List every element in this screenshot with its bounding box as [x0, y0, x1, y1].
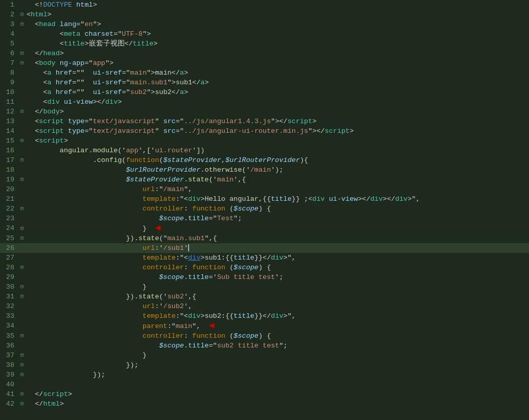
- line-num-20: 20: [0, 184, 18, 194]
- code-line-21: 21 template:"<div>Hello angular,{{title}…: [0, 194, 529, 204]
- line-num-37: 37: [0, 351, 18, 360]
- code-line-19: 19 ⊟ $stateProvider.state('main',{: [0, 175, 529, 184]
- line-num-33: 33: [0, 311, 18, 321]
- line-content-30: }: [26, 282, 529, 292]
- line-content-37: }: [26, 351, 529, 360]
- code-line-20: 20 url:"/main",: [0, 184, 529, 194]
- line-content-41: </script>: [26, 389, 529, 399]
- line-content-39: });: [26, 370, 529, 380]
- code-line-8: 8 <a href="" ui-sref="main">main</a>: [0, 68, 529, 78]
- code-line-11: 11 <div ui-view></div>: [0, 97, 529, 107]
- line-content-35: controller: function ($scope) {: [26, 331, 529, 341]
- line-content-6: </head>: [26, 49, 529, 58]
- line-num-4: 4: [0, 29, 18, 39]
- line-num-17: 17: [0, 155, 18, 165]
- line-content-25: }).state("main.sub1",{: [26, 234, 529, 243]
- line-num-6: 6: [0, 49, 18, 58]
- line-content-24: } ◀: [26, 223, 529, 234]
- line-content-28: controller: function ($scope) {: [26, 263, 529, 272]
- line-num-31: 31: [0, 292, 18, 301]
- code-line-41: 41 ⊟ </script>: [0, 389, 529, 399]
- line-num-38: 38: [0, 360, 18, 370]
- line-num-26: 26: [0, 243, 18, 253]
- line-num-5: 5: [0, 39, 18, 49]
- code-line-13: 13 <script type="text/javascript" src=".…: [0, 116, 529, 126]
- code-line-31: 31 ⊟ }).state('sub2',{: [0, 292, 529, 301]
- line-content-3: <head lang="en">: [26, 19, 529, 29]
- line-content-9: <a href="" ui-sref="main.sub1">sub1</a>: [26, 78, 529, 87]
- line-content-19: $stateProvider.state('main',{: [26, 175, 529, 184]
- code-line-32: 32 url:'/sub2',: [0, 301, 529, 311]
- line-content-32: url:'/sub2',: [26, 301, 529, 311]
- line-content-27: template:"<div>sub1:{{title}}</div>",: [26, 253, 529, 263]
- line-num-7: 7: [0, 58, 18, 68]
- code-line-5: 5 <title>嵌套子视图</title>: [0, 39, 529, 49]
- line-num-15: 15: [0, 136, 18, 146]
- line-content-29: $scope.title='Sub title test';: [26, 272, 529, 282]
- line-num-22: 22: [0, 204, 18, 214]
- line-content-10: <a href="" ui-sref="sub2">sub2</a>: [26, 87, 529, 97]
- line-content-42: </html>: [26, 399, 529, 409]
- line-content-8: <a href="" ui-sref="main">main</a>: [26, 68, 529, 78]
- line-content-31: }).state('sub2',{: [26, 292, 529, 301]
- line-content-26: url:'/sub1': [26, 243, 529, 253]
- line-num-34: 34: [0, 321, 18, 331]
- line-num-32: 32: [0, 301, 18, 311]
- line-num-8: 8: [0, 68, 18, 78]
- code-line-3: 3 ⊟ <head lang="en">: [0, 19, 529, 29]
- line-num-19: 19: [0, 175, 18, 184]
- code-area: 1 <!DOCTYPE html> 2 ⊟ <html> 3 ⊟ <head l…: [0, 0, 529, 420]
- line-content-17: .config(function($stateProvider,$urlRout…: [26, 155, 529, 165]
- code-editor[interactable]: 1 <!DOCTYPE html> 2 ⊟ <html> 3 ⊟ <head l…: [0, 0, 529, 420]
- line-content-12: </body>: [26, 107, 529, 116]
- line-content-38: });: [26, 360, 529, 370]
- line-num-13: 13: [0, 116, 18, 126]
- code-line-25: 25 ⊟ }).state("main.sub1",{: [0, 234, 529, 243]
- line-content-16: angular.module('app',['ui.router']): [26, 146, 529, 155]
- line-content-18: $urlRouterProvider.otherwise('/main');: [26, 165, 529, 175]
- line-content-7: <body ng-app="app">: [26, 58, 529, 68]
- line-num-12: 12: [0, 107, 18, 116]
- code-line-18: 18 $urlRouterProvider.otherwise('/main')…: [0, 165, 529, 175]
- line-content-15: <script>: [26, 136, 529, 146]
- line-content-2: <html>: [26, 10, 529, 19]
- line-content-21: template:"<div>Hello angular,{{title}} ;…: [26, 194, 529, 204]
- code-line-39: 39 ⊟ });: [0, 370, 529, 380]
- code-line-17: 17 ⊟ .config(function($stateProvider,$ur…: [0, 155, 529, 165]
- code-line-15: 15 ⊟ <script>: [0, 136, 529, 146]
- code-line-16: 16 angular.module('app',['ui.router']): [0, 146, 529, 155]
- code-line-6: 6 ⊟ </head>: [0, 49, 529, 58]
- code-line-27: 27 template:"<div>sub1:{{title}}</div>",: [0, 253, 529, 263]
- line-num-28: 28: [0, 263, 18, 272]
- code-line-35: 35 ⊟ controller: function ($scope) {: [0, 331, 529, 341]
- line-content-1: <!DOCTYPE html>: [26, 0, 529, 10]
- line-num-3: 3: [0, 19, 18, 29]
- line-num-11: 11: [0, 97, 18, 107]
- code-line-1: 1 <!DOCTYPE html>: [0, 0, 529, 10]
- code-line-33: 33 template:"<div>sub2:{{title}}</div>",: [0, 311, 529, 321]
- code-line-26: 26 url:'/sub1': [0, 243, 529, 253]
- line-num-21: 21: [0, 194, 18, 204]
- code-line-30: 30 ⊟ }: [0, 282, 529, 292]
- line-content-36: $scope.title="sub2 title test";: [26, 341, 529, 351]
- line-num-16: 16: [0, 146, 18, 155]
- line-content-40: [26, 380, 529, 389]
- line-num-30: 30: [0, 282, 18, 292]
- line-num-27: 27: [0, 253, 18, 263]
- line-num-1: 1: [0, 0, 18, 10]
- line-num-40: 40: [0, 380, 18, 389]
- line-content-33: template:"<div>sub2:{{title}}</div>",: [26, 311, 529, 321]
- line-content-34: parent:"main", ◀: [26, 321, 529, 331]
- line-num-25: 25: [0, 234, 18, 243]
- line-num-42: 42: [0, 399, 18, 409]
- line-content-13: <script type="text/javascript" src="../j…: [26, 116, 529, 126]
- line-content-4: <meta charset="UTF-8">: [26, 29, 529, 39]
- code-line-24: 24 ⊟ } ◀: [0, 223, 529, 234]
- line-content-14: <script type="text/javascript" src="../j…: [26, 126, 529, 136]
- line-content-22: controller: function ($scope) {: [26, 204, 529, 214]
- code-line-14: 14 <script type="text/javascript" src=".…: [0, 126, 529, 136]
- code-line-9: 9 <a href="" ui-sref="main.sub1">sub1</a…: [0, 78, 529, 87]
- code-line-22: 22 ⊟ controller: function ($scope) {: [0, 204, 529, 214]
- code-line-36: 36 $scope.title="sub2 title test";: [0, 341, 529, 351]
- line-content-23: $scope.title="Test";: [26, 214, 529, 223]
